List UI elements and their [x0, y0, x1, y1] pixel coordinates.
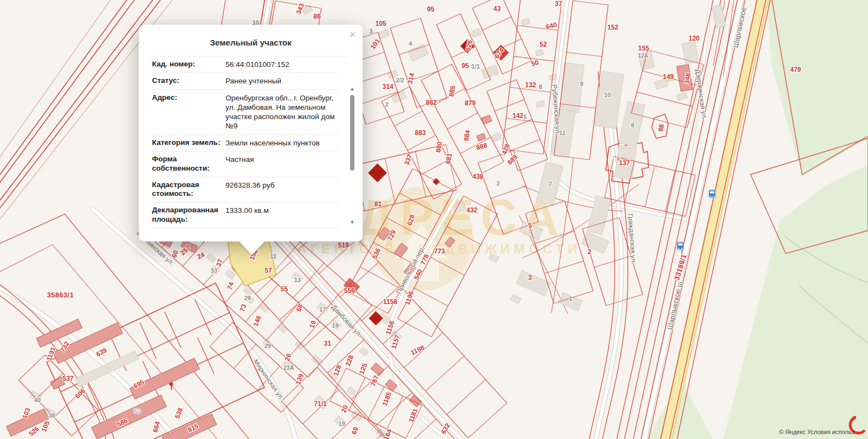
popup-row: Кад. номер:56:44:0101007:152: [152, 57, 339, 73]
popup-row-label: Статус:: [152, 76, 226, 86]
scroll-down-icon[interactable]: ▼: [349, 219, 356, 225]
popup-row-value: 56:44:0101007:152: [226, 60, 339, 69]
popup-scrollbar[interactable]: ▲ ▼: [349, 86, 356, 225]
popup-row-label: Декларированная площадь:: [152, 206, 226, 224]
popup-row-value: Ранее учтенный: [226, 76, 339, 86]
popup-row-value: Частная: [226, 155, 339, 164]
popup-row: Статус:Ранее учтенный: [152, 73, 339, 89]
transit-stop-icon: [708, 190, 716, 198]
popup-row-value: 1333.00 кв.м: [226, 206, 339, 215]
popup-row-label: Адрес:: [152, 93, 226, 103]
map-pin-icon: [170, 382, 173, 386]
popup-row-label: Кадастровая стоимость:: [152, 181, 226, 199]
popup-row-value: 926328.36 руб: [226, 181, 339, 190]
parcel-info-popup: × Земельный участок Кад. номер:56:44:010…: [139, 25, 363, 241]
popup-row-value: Оренбургская обл., г. Оренбург, ул. Дамб…: [226, 93, 339, 131]
popup-title: Земельный участок: [139, 25, 363, 56]
popup-row: Форма собственности:Частная: [152, 151, 339, 177]
map-viewport[interactable]: АДРЕСА АГЕНТСТВО НЕДВИЖИМОСТИ: [0, 0, 868, 439]
popup-pointer: [239, 241, 265, 255]
popup-row: Адрес:Оренбургская обл., г. Оренбург, ул…: [152, 90, 339, 135]
popup-row-label: Форма собственности:: [152, 155, 226, 173]
map-attribution[interactable]: © Яндекс Условия использ: [779, 429, 854, 435]
transit-stop-icon: [677, 242, 684, 250]
popup-rows: Кад. номер:56:44:0101007:152Статус:Ранее…: [152, 56, 348, 228]
popup-row-label: Кад. номер:: [152, 60, 226, 69]
popup-row-value: Земли населенных пунктов: [226, 138, 339, 148]
close-icon[interactable]: ×: [350, 29, 356, 40]
cadastral-map[interactable]: АДРЕСА АГЕНТСТВО НЕДВИЖИМОСТИ: [0, 0, 868, 439]
scroll-thumb[interactable]: [350, 95, 354, 171]
popup-row: Кадастровая стоимость:926328.36 руб: [152, 177, 339, 203]
popup-row: Категория земель:Земли населенных пункто…: [152, 135, 339, 151]
popup-row-label: Категория земель:: [152, 138, 226, 148]
scroll-up-icon[interactable]: ▲: [349, 86, 356, 92]
popup-row: Декларированная площадь:1333.00 кв.м: [152, 202, 339, 228]
